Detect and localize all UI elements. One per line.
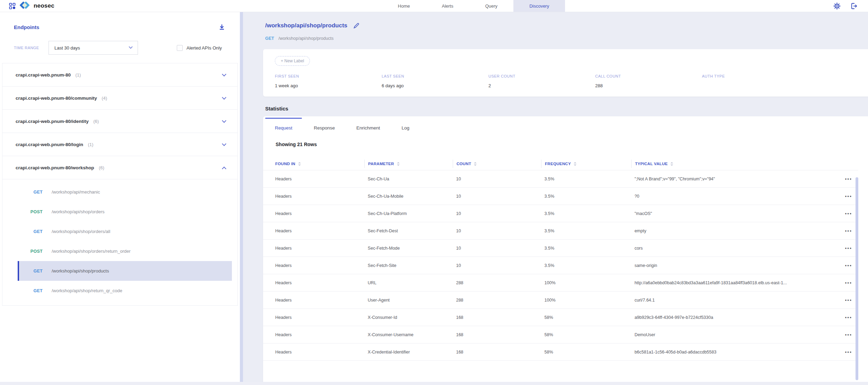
settings-gear-icon[interactable] — [833, 2, 841, 10]
endpoint-method: POST — [27, 209, 43, 214]
table-row: Headers Sec-Fetch-Site 10 3.5% same-orig… — [263, 257, 858, 274]
page-title: /workshop/api/shop/products — [265, 22, 347, 29]
tab[interactable]: Request — [273, 123, 294, 133]
column-header[interactable]: COUNT — [453, 160, 541, 168]
sort-icon — [670, 162, 673, 166]
download-icon[interactable] — [218, 24, 225, 30]
column-header[interactable]: FOUND IN — [263, 160, 364, 168]
endpoint-item[interactable]: GET /workshop/api/shop/return_qr_code — [18, 281, 232, 301]
cell-frequency: 58% — [541, 315, 631, 320]
group-name: crapi.crapi-web.pnum-80/workshop — [16, 165, 94, 170]
cell-parameter: X-Consumer-Username — [364, 332, 453, 337]
logout-icon[interactable] — [850, 2, 858, 10]
cell-found-in: Headers — [263, 211, 364, 216]
nav-item[interactable]: Query — [469, 0, 513, 12]
cell-count: 288 — [453, 298, 541, 303]
table-row: Headers URL 288 100% http://a6a0ebbd0bab… — [263, 274, 858, 292]
column-header[interactable]: PARAMETER — [364, 160, 453, 168]
endpoint-method: GET — [27, 190, 43, 195]
time-range-value: Last 30 days — [54, 45, 80, 51]
cell-frequency: 100% — [541, 280, 631, 285]
table-scrollbar[interactable] — [856, 177, 858, 380]
endpoint-group-row[interactable]: crapi.crapi-web.pnum-80/community (4) — [2, 87, 237, 110]
cell-parameter: URL — [364, 280, 453, 285]
cell-parameter: User-Agent — [364, 298, 453, 303]
table-body: Headers Sec-Ch-Ua 10 3.5% ";Not A Brand"… — [263, 170, 858, 361]
stat-label: CALL COUNT — [595, 74, 702, 78]
method-badge: GET — [265, 36, 274, 41]
stat-block: AUTH TYPE — [702, 74, 809, 88]
endpoint-group-row[interactable]: crapi.crapi-web.pnum-80 (1) — [2, 63, 237, 87]
chevron-down-icon — [129, 45, 132, 49]
endpoint-path: /workshop/api/shop/return_qr_code — [52, 288, 122, 293]
edit-pencil-icon[interactable] — [353, 22, 360, 29]
cell-typical-value: curl/7.64.1 — [631, 298, 839, 303]
cell-frequency: 58% — [541, 350, 631, 355]
tab[interactable]: Log — [399, 123, 411, 133]
new-label-button[interactable]: + New Label — [275, 56, 310, 66]
cell-count: 10 — [453, 211, 541, 216]
window-bottom-edge — [0, 382, 868, 385]
cell-typical-value: same-origin — [631, 263, 839, 268]
cell-typical-value: b6c581a1-1c56-405d-b0ad-a6daccdb5583 — [631, 350, 839, 355]
cell-found-in: Headers — [263, 229, 364, 233]
cell-typical-value: ";Not A Brand";v="99", "Chromium";v="94" — [631, 177, 839, 181]
endpoint-method: GET — [27, 269, 43, 274]
endpoint-groups: crapi.crapi-web.pnum-80 (1) crapi.crapi-… — [2, 63, 238, 306]
cell-typical-value: "macOS" — [631, 211, 839, 216]
summary-card: + New Label FIRST SEEN 1 week ago LAST S… — [263, 49, 868, 97]
stat-value: 6 days ago — [382, 83, 488, 88]
cell-count: 168 — [453, 332, 541, 337]
endpoint-item[interactable]: POST /workshop/api/shop/orders/return_or… — [18, 241, 232, 261]
cell-found-in: Headers — [263, 177, 364, 181]
group-count: (1) — [76, 72, 81, 78]
endpoint-item[interactable]: POST /workshop/api/shop/orders — [18, 202, 232, 222]
nav-item[interactable]: Alerts — [426, 0, 469, 12]
sort-icon — [574, 162, 576, 166]
tab[interactable]: Enrichment — [354, 123, 382, 133]
cell-frequency: 3.5% — [541, 263, 631, 268]
cell-found-in: Headers — [263, 298, 364, 303]
cell-found-in: Headers — [263, 194, 364, 199]
column-header[interactable]: TYPICAL VALUE — [631, 160, 839, 168]
cell-found-in: Headers — [263, 246, 364, 251]
cell-count: 10 — [453, 246, 541, 251]
chevron-down-icon — [222, 118, 226, 123]
endpoint-group-row[interactable]: crapi.crapi-web.pnum-80/login (1) — [2, 133, 237, 156]
endpoint-item[interactable]: GET /workshop/api/shop/products — [18, 261, 232, 281]
table-row: Headers X-Credential-Identifier 168 58% … — [263, 343, 858, 361]
cell-parameter: Sec-Fetch-Mode — [364, 246, 453, 251]
stat-value: 288 — [595, 83, 702, 88]
endpoint-group-row[interactable]: crapi.crapi-web.pnum-80/identity (6) — [2, 110, 237, 133]
endpoint-group-row[interactable]: crapi.crapi-web.pnum-80/workshop (6) — [2, 156, 237, 179]
table-row: Headers Sec-Ch-Ua-Platform 10 3.5% "macO… — [263, 205, 858, 222]
column-header[interactable]: FREQUENCY — [541, 160, 631, 168]
nav-item[interactable]: Home — [382, 0, 426, 12]
endpoint-list: GET /workshop/api/mechanic POST /worksho… — [2, 179, 237, 305]
cell-typical-value: a9b929c3-64ff-4304-997e-b7224cf5330a — [631, 315, 839, 320]
endpoint-item[interactable]: GET /workshop/api/shop/orders/all — [18, 222, 232, 241]
cell-found-in: Headers — [263, 263, 364, 268]
cell-parameter: Sec-Ch-Ua-Platform — [364, 211, 453, 216]
sidebar-scrollbar[interactable] — [240, 12, 243, 385]
cell-found-in: Headers — [263, 315, 364, 320]
sidebar-title: Endpoints — [14, 24, 39, 30]
tab[interactable]: Response — [312, 123, 337, 133]
method-path: /workshop/api/shop/products — [278, 36, 333, 41]
cell-typical-value: DemoUser — [631, 332, 839, 337]
endpoint-item[interactable]: GET /workshop/api/mechanic — [18, 182, 232, 202]
cell-found-in: Headers — [263, 332, 364, 337]
group-name: crapi.crapi-web.pnum-80/identity — [16, 119, 89, 124]
nav-right — [833, 2, 868, 10]
chevron-down-icon — [222, 95, 226, 100]
cell-typical-value: empty — [631, 229, 839, 233]
stat-label: AUTH TYPE — [702, 74, 809, 78]
alerted-apis-checkbox[interactable] — [177, 45, 183, 51]
apps-grid-icon[interactable] — [9, 3, 16, 9]
stat-block: LAST SEEN 6 days ago — [382, 74, 488, 88]
table-row: Headers User-Agent 288 100% curl/7.64.1 … — [263, 292, 858, 309]
time-range-select[interactable]: Last 30 days — [49, 41, 138, 55]
nav-item[interactable]: Discovery — [513, 0, 565, 12]
stat-label: FIRST SEEN — [275, 74, 382, 78]
cell-parameter: Sec-Ch-Ua — [364, 177, 453, 181]
